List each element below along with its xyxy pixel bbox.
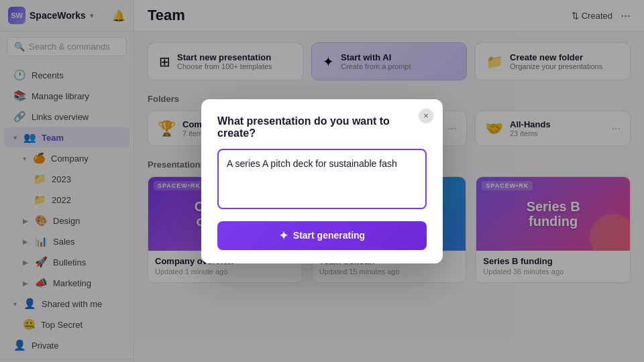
ai-prompt-textarea[interactable] [217, 149, 427, 209]
ai-prompt-modal: What presentation do you want to create?… [201, 99, 443, 263]
generate-button[interactable]: ✦ Start generating [217, 221, 427, 250]
modal-overlay[interactable]: What presentation do you want to create?… [0, 0, 644, 362]
modal-title: What presentation do you want to create? [217, 115, 427, 139]
modal-close-button[interactable]: × [419, 109, 433, 123]
sparkle-icon: ✦ [279, 229, 288, 242]
